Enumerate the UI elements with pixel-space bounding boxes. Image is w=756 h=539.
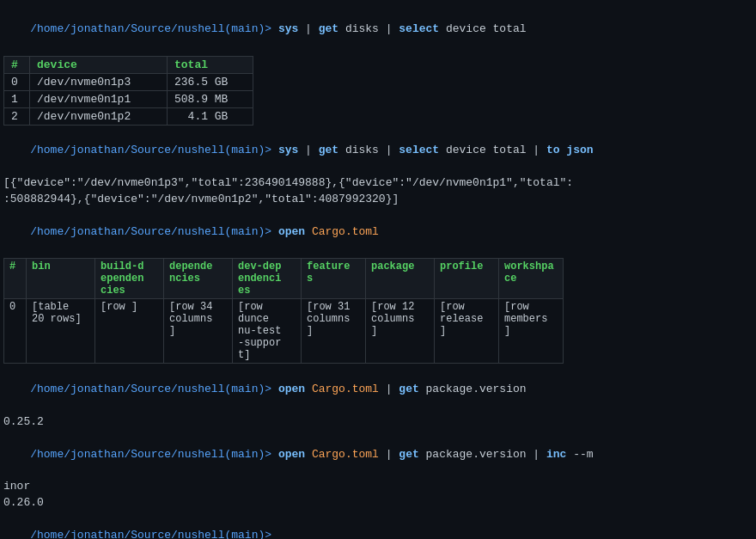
cmd-inc: inc [546,448,566,461]
cmd-open-1: open [278,225,305,238]
json-output-line1: [{"device":"/dev/nvme0n1p3","total":2364… [3,175,753,192]
final-prompt-line: /home/jonathan/Source/nushell(main)> [3,511,753,539]
col2-header-package: package [366,259,435,299]
row-2-device: /dev/nvme0n1p2 [30,107,168,125]
prompt-3: /home/jonathan/Source/nushell(main)> [30,225,278,238]
json-output-line2: :508882944},{"device":"/dev/nvme0n1p2","… [3,192,753,208]
col2-header-build: build-dependencies [95,259,164,299]
cargo-table: # bin build-dependencies dependencies de… [3,258,564,364]
command-line-4: /home/jonathan/Source/nushell(main)> ope… [3,365,753,414]
row-2-total: 4.1 GB [168,107,253,125]
prompt-4: /home/jonathan/Source/nushell(main)> [30,383,278,395]
version-output-1: 0.25.2 [3,414,753,431]
cmd-open-2: open [278,383,305,395]
col2-header-deps: dependencies [164,259,233,299]
col2-header-index: # [4,259,27,299]
cargo-row: 0 [table20 rows] [row ] [row 34columns] … [4,299,564,364]
col2-header-profile: profile [435,259,499,299]
cmd-select-1: select [399,22,439,35]
col2-header-workspace: workshpace [499,259,564,299]
cmd-sys-2: sys [278,144,298,156]
col2-header-devdeps: dev-dependencies [233,259,302,299]
cmd-cargo-3: Cargo.toml [312,448,379,461]
cmd-get-3: get [399,383,418,395]
cmd-cargo-1: Cargo.toml [312,225,379,238]
cargo-row-features: [row 31columns] [302,299,366,364]
row-0-total: 236.5 GB [168,73,253,90]
row-0-device: /dev/nvme0n1p3 [30,73,168,90]
terminal: /home/jonathan/Source/nushell(main)> sys… [0,0,756,539]
table-row: 1 /dev/nvme0n1p1 508.9 MB [4,90,253,107]
prompt-2: /home/jonathan/Source/nushell(main)> [30,144,278,156]
cargo-row-devdeps: [rowduncenu-test-support] [233,299,302,364]
col-header-total: total [168,56,253,73]
command-line-1: /home/jonathan/Source/nushell(main)> sys… [3,5,753,54]
col2-header-bin: bin [27,259,95,299]
col-header-index: # [4,56,30,73]
cmd-select-2: select [399,144,439,156]
cargo-row-deps: [row 34columns] [164,299,233,364]
row-0-index: 0 [4,73,30,90]
cargo-row-index: 0 [4,299,27,364]
cmd-open-3: open [278,448,305,461]
disk-table: # device total 0 /dev/nvme0n1p3 236.5 GB… [3,56,253,126]
command-line-5: /home/jonathan/Source/nushell(main)> ope… [3,431,753,480]
cmd-get-4: get [399,448,418,461]
row-2-index: 2 [4,107,30,125]
table-row: 0 /dev/nvme0n1p3 236.5 GB [4,73,253,90]
cmd-get-1: get [319,22,338,35]
cargo-row-bin: [table20 rows] [27,299,95,364]
row-1-index: 1 [4,90,30,107]
col-header-device: device [30,56,168,73]
row-1-device: /dev/nvme0n1p1 [30,90,168,107]
command-line-2: /home/jonathan/Source/nushell(main)> sys… [3,127,753,176]
cargo-row-workspace: [rowmembers] [499,299,564,364]
final-prompt: /home/jonathan/Source/nushell(main)> [30,529,278,539]
cmd-tojson: to json [546,144,594,156]
cmd-cargo-2: Cargo.toml [312,383,379,395]
command-line-3: /home/jonathan/Source/nushell(main)> ope… [3,208,753,257]
col2-header-features: features [302,259,366,299]
prompt-5: /home/jonathan/Source/nushell(main)> [30,448,278,461]
cmd-sys-1: sys [278,22,298,35]
table-row: 2 /dev/nvme0n1p2 4.1 GB [4,107,253,125]
command-line-5-cont: inor [3,479,753,495]
cargo-row-package: [row 12columns] [366,299,435,364]
cargo-row-profile: [rowrelease] [435,299,499,364]
prompt-1: /home/jonathan/Source/nushell(main)> [30,22,278,35]
cmd-get-2: get [319,144,338,156]
cargo-row-build: [row ] [95,299,164,364]
version-output-2: 0.26.0 [3,495,753,511]
row-1-total: 508.9 MB [168,90,253,107]
